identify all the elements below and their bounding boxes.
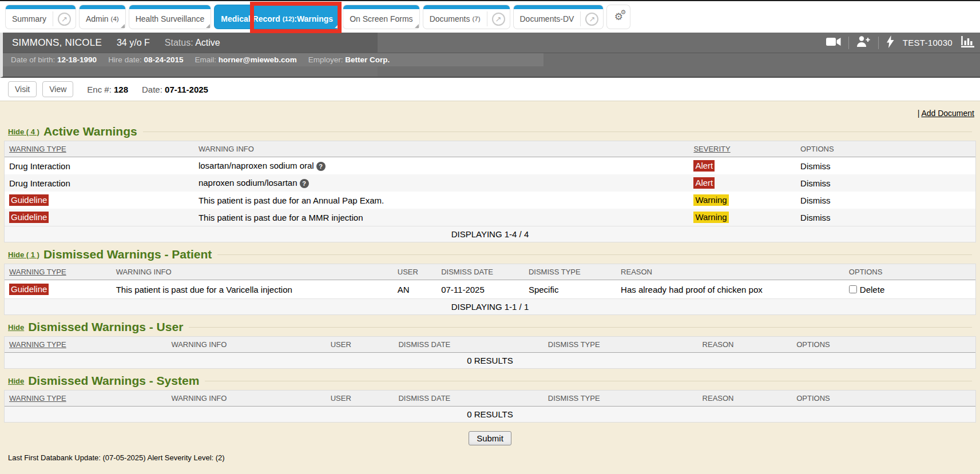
dropdown-fold-icon bbox=[415, 24, 419, 28]
dismiss-link[interactable]: Dismiss bbox=[800, 161, 831, 171]
lightning-bolt-icon[interactable] bbox=[886, 35, 894, 50]
visit-button[interactable]: Visit bbox=[8, 81, 37, 97]
hide-dismissed-patient-link[interactable]: Hide ( 1 ) bbox=[8, 250, 39, 259]
patient-banner: SIMMONS, NICOLE 34 y/o F Status: Active … bbox=[0, 33, 980, 78]
patient-demographics: Date of birth: 12-18-1990 Hire date: 08-… bbox=[3, 53, 543, 66]
severity-badge: Warning bbox=[693, 194, 728, 206]
empty-row: 0 RESULTS bbox=[5, 407, 975, 423]
patient-banner-row1: SIMMONS, NICOLE 34 y/o F Status: Active … bbox=[3, 33, 980, 53]
dismissed-user-title: Dismissed Warnings - User bbox=[28, 320, 183, 334]
patient-name: SIMMONS, NICOLE bbox=[12, 37, 102, 49]
dismiss-link[interactable]: Dismiss bbox=[800, 178, 831, 188]
tab-on-screen-forms[interactable]: On Screen Forms bbox=[343, 5, 419, 29]
col-dismiss-type: DISMISS TYPE bbox=[524, 264, 616, 280]
col-options: OPTIONS bbox=[792, 337, 975, 353]
patient-banner-row2: Date of birth: 12-18-1990 Hire date: 08-… bbox=[3, 53, 980, 66]
col-warning-type[interactable]: WARNING TYPE bbox=[5, 337, 166, 353]
col-warning-info: WARNING INFO bbox=[166, 391, 326, 407]
status-label: Status: bbox=[165, 38, 193, 47]
empty-row: 0 RESULTS bbox=[5, 353, 975, 369]
warning-info-cell: This patient is past due for an Annual P… bbox=[194, 192, 689, 209]
patient-age-sex: 34 y/o F bbox=[117, 38, 150, 48]
view-button[interactable]: View bbox=[42, 81, 73, 97]
tab-medical-suffix: :Warnings bbox=[294, 14, 333, 23]
employer-label: Employer: bbox=[308, 55, 343, 64]
table-row: Drug Interaction naproxen sodium/losarta… bbox=[5, 174, 975, 192]
col-severity[interactable]: SEVERITY bbox=[689, 141, 796, 157]
col-warning-type[interactable]: WARNING TYPE bbox=[5, 391, 166, 407]
tab-medical-record-warnings[interactable]: Medical Record(12):Warnings bbox=[215, 5, 339, 29]
delete-label: Delete bbox=[860, 285, 884, 294]
hire-date-value: 08-24-2015 bbox=[144, 55, 183, 64]
tab-documents-label: Documents bbox=[430, 14, 470, 23]
external-link-icon[interactable]: ↗ bbox=[492, 13, 505, 26]
add-person-icon[interactable] bbox=[856, 36, 871, 49]
dismiss-link[interactable]: Dismiss bbox=[800, 213, 831, 222]
bar-chart-icon[interactable] bbox=[961, 36, 974, 50]
hire-date-label: Hire date: bbox=[108, 55, 142, 64]
dob-label: Date of birth: bbox=[11, 55, 55, 64]
col-dismiss-type: DISMISS TYPE bbox=[543, 391, 698, 407]
section-rule bbox=[189, 327, 972, 328]
table-row: Guideline This patient is past due for a… bbox=[5, 280, 975, 299]
col-warning-info: WARNING INFO bbox=[166, 337, 326, 353]
hide-dismissed-system-link[interactable]: Hide bbox=[8, 377, 24, 385]
tab-summary-label: Summary bbox=[6, 9, 53, 29]
pipe-separator: | bbox=[918, 109, 920, 118]
col-user: USER bbox=[326, 337, 394, 353]
col-reason: REASON bbox=[698, 337, 792, 353]
help-icon[interactable]: ? bbox=[300, 179, 309, 188]
col-warning-info: WARNING INFO bbox=[194, 141, 689, 157]
warning-info-cell: This patient is past due for a MMR injec… bbox=[194, 209, 689, 226]
active-warnings-title: Active Warnings bbox=[43, 125, 137, 138]
tab-admin-count: (4) bbox=[111, 15, 119, 22]
tab-documents-dv-label: Documents-DV bbox=[514, 9, 581, 29]
tab-documents-dv[interactable]: Documents-DV ↗ bbox=[514, 5, 604, 29]
section-rule bbox=[143, 132, 972, 132]
tab-admin[interactable]: Admin(4) bbox=[80, 5, 125, 29]
col-dismiss-date: DISMISS DATE bbox=[394, 391, 543, 407]
warning-info-cell: naproxen sodium/losartan? bbox=[194, 174, 689, 192]
dismiss-link[interactable]: Dismiss bbox=[800, 196, 831, 205]
external-link-icon[interactable]: ↗ bbox=[58, 13, 71, 26]
table-row: Guideline This patient is past due for a… bbox=[5, 209, 975, 226]
add-document-link[interactable]: Add Document bbox=[921, 109, 974, 118]
dob-value: 12-18-1990 bbox=[57, 55, 97, 64]
tab-divider bbox=[53, 11, 53, 26]
table-header-row: WARNING TYPE WARNING INFO SEVERITY OPTIO… bbox=[5, 141, 975, 157]
tab-summary[interactable]: Summary ↗ bbox=[6, 5, 76, 29]
submit-button[interactable]: Submit bbox=[469, 431, 511, 445]
settings-gears-button[interactable]: ⚙ ⚙ bbox=[607, 5, 630, 29]
tab-divider bbox=[487, 11, 487, 26]
table-header-row: WARNING TYPE WARNING INFO USER DISMISS D… bbox=[5, 391, 975, 407]
dismiss-type-cell: Specific bbox=[524, 280, 616, 299]
tab-divider bbox=[580, 11, 581, 26]
tab-onscreen-label: On Screen Forms bbox=[343, 9, 419, 29]
help-icon[interactable]: ? bbox=[316, 162, 326, 171]
severity-badge: Warning bbox=[693, 212, 728, 223]
gear-small-icon: ⚙ bbox=[621, 9, 626, 16]
video-camera-icon[interactable] bbox=[826, 37, 841, 49]
tab-medical-label: Medical Record bbox=[221, 14, 280, 23]
dismissed-patient-header: Hide ( 1 ) Dismissed Warnings - Patient bbox=[8, 248, 972, 261]
dismissed-system-header: Hide Dismissed Warnings - System bbox=[8, 374, 972, 388]
dismissed-patient-title: Dismissed Warnings - Patient bbox=[43, 248, 212, 261]
hide-active-warnings-link[interactable]: Hide ( 4 ) bbox=[8, 128, 39, 136]
active-warnings-header: Hide ( 4 ) Active Warnings bbox=[8, 125, 972, 138]
status-value: Active bbox=[195, 38, 220, 47]
dismissed-system-title: Dismissed Warnings - System bbox=[28, 374, 199, 388]
severity-badge: Alert bbox=[693, 177, 715, 189]
col-warning-type[interactable]: WARNING TYPE bbox=[5, 141, 194, 157]
col-user: USER bbox=[393, 264, 437, 280]
tab-health-surveillance[interactable]: Health Surveillance bbox=[129, 5, 211, 29]
dropdown-fold-icon bbox=[335, 24, 339, 28]
hide-dismissed-user-link[interactable]: Hide bbox=[8, 323, 24, 332]
col-dismiss-date: DISMISS DATE bbox=[394, 337, 543, 353]
tab-health-label: Health Surveillance bbox=[129, 9, 211, 29]
col-warning-type[interactable]: WARNING TYPE bbox=[5, 264, 112, 280]
external-link-icon[interactable]: ↗ bbox=[585, 13, 598, 26]
delete-checkbox[interactable] bbox=[849, 285, 857, 293]
tab-bar: Summary ↗ Admin(4) Health Surveillance M… bbox=[0, 0, 980, 33]
dropdown-fold-icon bbox=[206, 24, 210, 28]
tab-documents[interactable]: Documents(7) ↗ bbox=[423, 5, 510, 29]
